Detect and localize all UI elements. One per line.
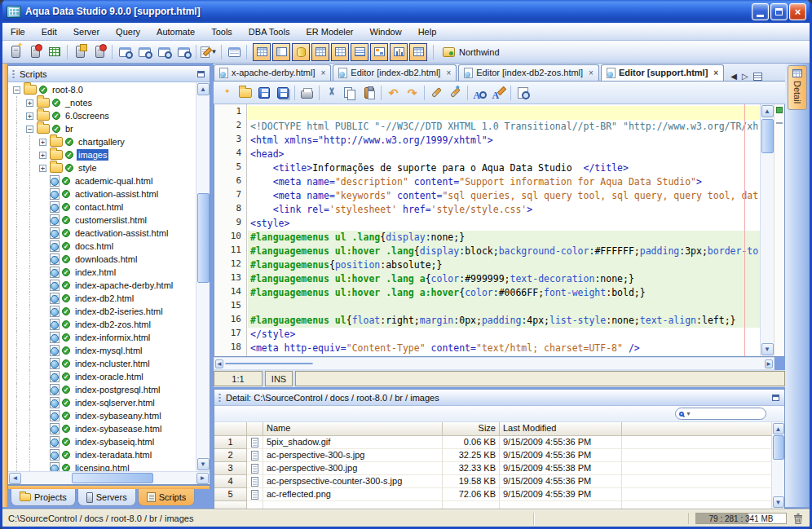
- menu-window[interactable]: Window: [362, 24, 410, 39]
- tree-item-root-8-0[interactable]: −✓root-8.0: [8, 83, 196, 96]
- server-connect-button[interactable]: [70, 42, 90, 62]
- editor-tab-x-apache-derby-html[interactable]: x-apache-derby.html]×: [214, 64, 331, 81]
- table-row[interactable]: 5ac-reflected.png72.06 KB9/15/2009 4:55:…: [214, 488, 784, 501]
- menu-query[interactable]: Query: [108, 24, 148, 39]
- tree-item-chartgallery[interactable]: +✓chartgallery: [8, 135, 196, 148]
- tree-item-6-0screens[interactable]: +✓6.0screens: [8, 109, 196, 122]
- tree-h-scrollbar[interactable]: ◄ ►: [8, 471, 210, 484]
- tree-item-index-informix-html[interactable]: ✓index-informix.html: [8, 331, 196, 344]
- tree-item-index-ncluster-html[interactable]: ✓index-ncluster.html: [8, 357, 196, 370]
- tree-item-index-oracle-html[interactable]: ✓index-oracle.html: [8, 370, 196, 383]
- garbage-collect-icon[interactable]: [793, 513, 803, 524]
- menu-tools[interactable]: Tools: [203, 24, 241, 39]
- editor-h-scrollbar[interactable]: ◄ ►: [214, 357, 774, 370]
- table-row[interactable]: 4ac-perspsective-counter-300-s.jpg19.58 …: [214, 475, 784, 488]
- detail-dock-tab[interactable]: Detail: [788, 65, 807, 110]
- tree-item-activation-assist-html[interactable]: ✓activation-assist.html: [8, 187, 196, 201]
- code-text[interactable]: <!DOCTYPE html PUBLIC "-//W3C//DTD XHTML…: [248, 104, 760, 356]
- tab-scripts[interactable]: Scripts: [138, 489, 196, 506]
- scroll-thumb[interactable]: [197, 193, 210, 283]
- chevron-down-icon[interactable]: ▼: [686, 411, 691, 417]
- scroll-down-icon[interactable]: ▼: [197, 458, 210, 470]
- scroll-down-icon[interactable]: ▼: [773, 496, 784, 508]
- detail-panel-header[interactable]: Detail: C:\SourceControl / docs / root-8…: [214, 390, 784, 406]
- table-row[interactable]: 2ac-perspective-300-s.jpg32.25 KB9/15/20…: [214, 449, 784, 462]
- expander-icon[interactable]: +: [39, 165, 46, 172]
- search-doc-button[interactable]: [514, 83, 532, 102]
- chart-view-toggle[interactable]: [390, 43, 408, 61]
- tree-item-index-db2-iseries-html[interactable]: ✓index-db2-iseries.html: [8, 305, 196, 318]
- menu-help[interactable]: Help: [410, 24, 445, 39]
- format-edit-button[interactable]: [446, 83, 465, 102]
- column-header-modified[interactable]: Last Modified: [500, 422, 622, 436]
- format-brush-button[interactable]: [427, 83, 446, 102]
- tree-item-contact-html[interactable]: ✓contact.html: [8, 201, 196, 214]
- table-row[interactable]: 15pix_shadow.gif0.06 KB9/15/2009 4:55:36…: [214, 436, 784, 449]
- expander-icon[interactable]: +: [39, 139, 46, 146]
- scroll-up-icon[interactable]: ▲: [773, 423, 784, 434]
- scroll-down-icon[interactable]: ▼: [761, 343, 774, 355]
- table-v-scrollbar[interactable]: ▲ ▼: [771, 422, 784, 509]
- editor-tab-editor-index-db2-html[interactable]: Editor [index-db2.html]×: [333, 64, 457, 81]
- print-button[interactable]: [298, 83, 316, 102]
- open-file-button[interactable]: [236, 83, 254, 102]
- close-tab-icon[interactable]: ×: [713, 68, 718, 77]
- code-editor[interactable]: 123456789101112131415161718 <!DOCTYPE ht…: [214, 104, 785, 357]
- sheet-view-toggle[interactable]: [409, 43, 427, 61]
- table-row[interactable]: [214, 501, 784, 509]
- tree-item-style[interactable]: +✓style: [8, 161, 196, 174]
- tab-servers[interactable]: Servers: [77, 489, 136, 506]
- menu-file[interactable]: File: [2, 24, 33, 39]
- menu-server[interactable]: Server: [65, 24, 108, 39]
- expander-icon[interactable]: +: [26, 112, 33, 120]
- tree-item-index-sybaseiq-html[interactable]: ✓index-sybaseiq.html: [8, 435, 196, 448]
- results-table-button[interactable]: [45, 42, 64, 62]
- tab-scroll-left-icon[interactable]: ◀: [730, 72, 737, 81]
- scroll-thumb[interactable]: [761, 119, 774, 153]
- undo-button[interactable]: ↶: [384, 83, 403, 102]
- tree-item-index-sybaseany-html[interactable]: ✓index-sybaseany.html: [8, 409, 196, 422]
- menu-dba-tools[interactable]: DBA Tools: [241, 24, 298, 39]
- menu-edit[interactable]: Edit: [33, 24, 65, 39]
- tab-projects[interactable]: Projects: [11, 489, 76, 506]
- expander-icon[interactable]: +: [39, 152, 46, 159]
- title-bar[interactable]: Aqua Data Studio 9.0.0 [support.html] ×: [0, 0, 812, 23]
- server-disconnect-button[interactable]: [90, 42, 109, 62]
- menu-automate[interactable]: Automate: [148, 24, 203, 39]
- minimize-button[interactable]: [752, 3, 769, 20]
- query-analyzer-button[interactable]: [115, 42, 135, 62]
- scripts-panel-header[interactable]: Scripts: [8, 66, 210, 82]
- editor-v-scrollbar[interactable]: ▲ ▼: [760, 104, 774, 356]
- pivot-grid-toggle[interactable]: [331, 43, 349, 61]
- save-all-button[interactable]: [273, 83, 292, 102]
- server-unregister-button[interactable]: [25, 42, 45, 62]
- tree-item-index-postgresql-html[interactable]: ✓index-postgresql.html: [8, 383, 196, 396]
- tree-item-br[interactable]: −✓br: [8, 122, 196, 135]
- connection-selector[interactable]: Northwind: [443, 47, 500, 57]
- tree-item-licensing-html[interactable]: ✓licensing.html: [8, 461, 196, 471]
- query-compare-button[interactable]: [174, 42, 193, 62]
- scroll-right-icon[interactable]: ►: [765, 359, 773, 368]
- tree-item-deactivation-assist-html[interactable]: ✓deactivation-assist.html: [8, 227, 196, 240]
- scroll-right-icon[interactable]: ►: [196, 473, 209, 484]
- tree-item-downloads-html[interactable]: ✓downloads.html: [8, 253, 196, 266]
- scroll-up-icon[interactable]: ▲: [197, 83, 210, 95]
- paste-button[interactable]: [360, 83, 378, 102]
- tree-item-notes[interactable]: +✓_notes: [8, 96, 196, 109]
- float-panel-icon[interactable]: [197, 71, 205, 77]
- close-tab-icon[interactable]: ×: [321, 68, 326, 77]
- list-view-toggle[interactable]: [351, 43, 368, 61]
- tree-item-index-db2-zos-html[interactable]: ✓index-db2-zos.html: [8, 318, 196, 331]
- search-box[interactable]: ▼: [675, 408, 766, 420]
- tree-item-customerslist-html[interactable]: ✓customerslist.html: [8, 214, 196, 227]
- tree-item-index-apache-derby-html[interactable]: ✓index-apache-derby.html: [8, 279, 196, 292]
- menu-er-modeler[interactable]: ER Modeler: [298, 24, 361, 39]
- scroll-thumb[interactable]: [225, 363, 313, 364]
- tab-list-icon[interactable]: [753, 73, 762, 81]
- scroll-thumb[interactable]: [773, 435, 784, 460]
- query-builder-button[interactable]: [135, 42, 154, 62]
- tree-item-docs-html[interactable]: ✓docs.html: [8, 240, 196, 253]
- editor-tab-editor-index-db2-zos-html[interactable]: Editor [index-db2-zos.html]×: [458, 64, 599, 81]
- find-button[interactable]: [470, 83, 489, 102]
- form-view-toggle[interactable]: [272, 43, 290, 61]
